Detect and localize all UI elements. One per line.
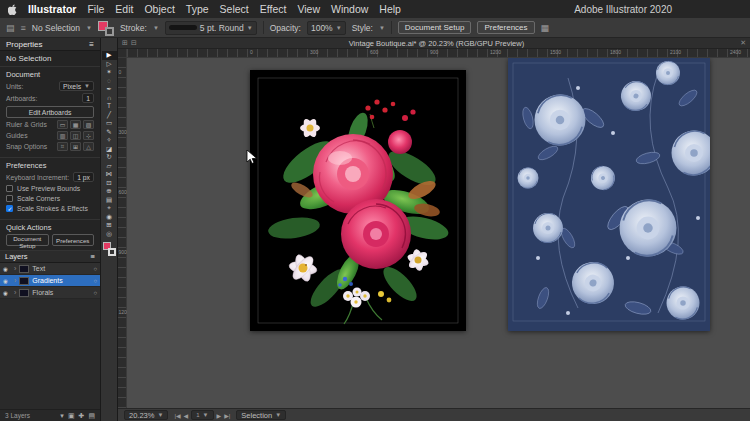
ruler-origin-corner[interactable] [118, 49, 127, 58]
units-dropdown[interactable]: Pixels ▼ [59, 81, 94, 91]
menu-item[interactable]: Select [220, 3, 249, 15]
apple-menu-icon[interactable] [8, 4, 17, 15]
chevron-down-icon[interactable]: ▼ [86, 25, 92, 31]
layer-name[interactable]: Text [32, 265, 90, 272]
show-guides-icon[interactable]: ▥ [57, 131, 68, 140]
preferences-button[interactable]: Preferences [477, 21, 534, 34]
layer-target-icon[interactable]: ○ [93, 278, 97, 284]
menu-item[interactable]: Edit [115, 3, 133, 15]
properties-tab-label[interactable]: Properties [6, 40, 42, 49]
new-sublayer-icon[interactable]: ▾ [60, 412, 64, 420]
document-tab[interactable]: Vintage Boutique.ai* @ 20.23% (RGB/GPU P… [137, 39, 736, 48]
curvature-tool[interactable]: ∩ [102, 94, 117, 103]
layer-row[interactable]: ◉ › Florals ○ [0, 287, 100, 299]
delete-layer-icon[interactable]: ▤ [88, 412, 95, 420]
florals-artwork[interactable] [250, 70, 466, 331]
layer-name[interactable]: Gradients [32, 277, 90, 284]
checkbox[interactable] [6, 185, 13, 192]
canvas[interactable] [127, 58, 750, 408]
quick-action-button[interactable]: Document Setup [6, 234, 49, 246]
eyedropper-tool[interactable]: ⌖ [102, 204, 117, 213]
transparency-grid-icon[interactable]: ▨ [83, 120, 94, 129]
ruler-icon[interactable]: ▭ [57, 120, 68, 129]
line-segment-tool[interactable]: ╱ [102, 111, 117, 120]
workspace-switcher-icon[interactable]: ▦ [541, 23, 550, 33]
magic-wand-tool[interactable]: ✶ [102, 68, 117, 77]
artboard-florals[interactable] [250, 70, 466, 331]
preference-checkbox-row[interactable]: Use Preview Bounds [6, 185, 94, 192]
menu-item[interactable]: File [87, 3, 104, 15]
expand-arrow-icon[interactable]: › [14, 277, 16, 284]
visibility-eye-icon[interactable]: ◉ [3, 266, 11, 272]
new-layer-icon[interactable]: ✚ [79, 412, 85, 420]
arrange-documents-icon[interactable]: ⊞ [122, 39, 128, 47]
checkbox[interactable] [6, 195, 13, 202]
panel-menu-icon[interactable]: ≡ [21, 23, 26, 33]
visibility-eye-icon[interactable]: ◉ [3, 290, 11, 296]
expand-arrow-icon[interactable]: › [14, 289, 16, 296]
layers-tab-label[interactable]: Layers [5, 252, 28, 261]
make-mask-icon[interactable]: ▣ [68, 412, 75, 420]
edit-artboards-button[interactable]: Edit Artboards [6, 106, 94, 118]
artboard-tool[interactable]: ⊞ [102, 221, 117, 230]
status-tool-indicator[interactable]: Selection ▼ [236, 410, 286, 420]
artboard-number[interactable]: 1 ▼ [191, 410, 213, 420]
checkbox[interactable] [6, 205, 13, 212]
gradient-tool[interactable]: ▤ [102, 196, 117, 205]
free-transform-tool[interactable]: ⊡ [102, 179, 117, 188]
rotate-tool[interactable]: ↻ [102, 153, 117, 162]
zoom-tool[interactable]: ◎ [102, 230, 117, 239]
paintbrush-tool[interactable]: ✎ [102, 128, 117, 137]
grid-icon[interactable]: ▦ [70, 120, 81, 129]
preference-checkbox-row[interactable]: Scale Strokes & Effects [6, 205, 94, 212]
shaper-tool[interactable]: ✧ [102, 136, 117, 145]
visibility-eye-icon[interactable]: ◉ [3, 278, 11, 284]
last-artboard-icon[interactable]: ▶| [224, 412, 230, 419]
pen-tool[interactable]: ✒ [102, 85, 117, 94]
opacity-dropdown[interactable]: 100% ▼ [307, 21, 346, 35]
chevron-down-icon[interactable]: ▼ [379, 25, 385, 31]
next-artboard-icon[interactable]: ▶ [217, 412, 222, 419]
document-icon[interactable]: ▤ [6, 23, 15, 33]
zoom-dropdown[interactable]: 20.23% ▼ [124, 410, 168, 420]
menu-item[interactable]: View [297, 3, 320, 15]
selection-tool[interactable]: ▶ [102, 51, 117, 60]
direct-selection-tool[interactable]: ▷ [102, 60, 117, 69]
properties-panel-tab[interactable]: Properties ≡ [0, 38, 100, 51]
app-menu[interactable]: Illustrator [28, 3, 76, 15]
prev-artboard-icon[interactable]: ◀ [184, 412, 189, 419]
menu-item[interactable]: Object [144, 3, 174, 15]
layer-target-icon[interactable]: ○ [93, 266, 97, 272]
layer-row[interactable]: ◉ › Text ○ [0, 263, 100, 275]
fill-stroke-swatches[interactable] [98, 20, 114, 36]
rectangle-tool[interactable]: ▭ [102, 119, 117, 128]
menu-item[interactable]: Help [379, 3, 401, 15]
menu-item[interactable]: Effect [260, 3, 287, 15]
snap-grid-icon[interactable]: ⌗ [57, 142, 68, 151]
scale-tool[interactable]: ▱ [102, 162, 117, 171]
preference-checkbox-row[interactable]: Scale Corners [6, 195, 94, 202]
smart-guides-icon[interactable]: ⊹ [83, 131, 94, 140]
layer-row[interactable]: ◉ › Gradients ○ [0, 275, 100, 287]
shape-builder-tool[interactable]: ⊕ [102, 187, 117, 196]
quick-action-button[interactable]: Preferences [52, 234, 95, 246]
chevron-down-icon[interactable]: ▼ [153, 25, 159, 31]
type-tool[interactable]: T [102, 102, 117, 111]
pattern-artwork[interactable] [508, 58, 710, 331]
stroke-color-swatch[interactable] [108, 248, 116, 256]
menu-item[interactable]: Type [186, 3, 209, 15]
snap-pixel-icon[interactable]: ⊞ [70, 142, 81, 151]
layers-panel-tab[interactable]: Layers ≡ [0, 251, 100, 263]
horizontal-ruler[interactable]: 030060090012001500180021002400 [127, 49, 750, 58]
toolbar-fill-stroke[interactable] [103, 242, 116, 256]
keyboard-increment-field[interactable]: 1 px [73, 172, 94, 182]
stroke-swatch[interactable] [105, 27, 114, 36]
panel-menu-icon[interactable]: ≡ [89, 40, 94, 49]
width-tool[interactable]: ⋈ [102, 170, 117, 179]
document-setup-button[interactable]: Document Setup [398, 21, 472, 34]
artboard-pattern[interactable] [508, 58, 710, 331]
menu-item[interactable]: Window [331, 3, 368, 15]
layer-target-icon[interactable]: ○ [93, 290, 97, 296]
artboards-count-stepper[interactable]: 1 [82, 93, 94, 103]
blend-tool[interactable]: ◉ [102, 213, 117, 222]
